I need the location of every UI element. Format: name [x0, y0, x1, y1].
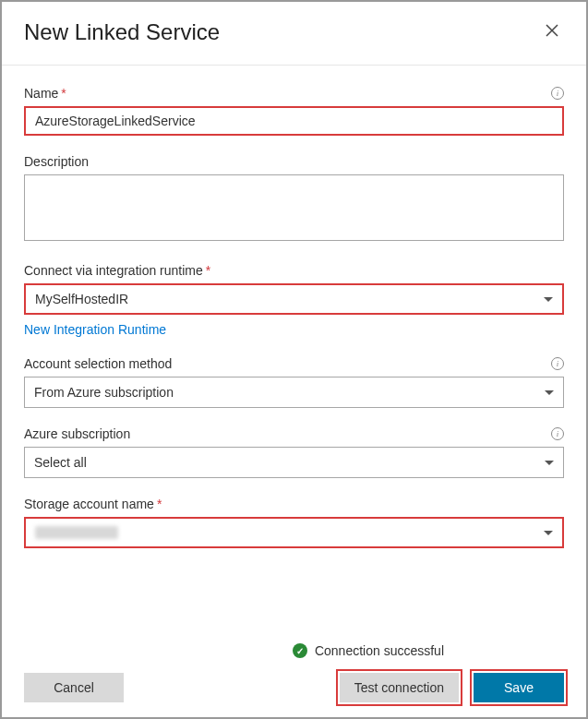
info-icon[interactable]: i	[551, 357, 564, 370]
runtime-label: Connect via integration runtime*	[24, 263, 210, 278]
status-text: Connection successful	[315, 643, 444, 658]
name-label: Name*	[24, 86, 66, 101]
name-input[interactable]	[24, 106, 564, 136]
subscription-value: Select all	[34, 455, 87, 470]
field-account-method: Account selection method i From Azure su…	[24, 356, 564, 408]
field-subscription: Azure subscription i Select all	[24, 426, 564, 478]
chevron-down-icon	[544, 531, 553, 535]
close-button[interactable]	[540, 18, 564, 46]
info-icon[interactable]: i	[551, 427, 564, 440]
storage-account-value	[35, 526, 118, 539]
button-row: Cancel Test connection Save	[24, 673, 564, 702]
test-connection-button[interactable]: Test connection	[340, 673, 459, 702]
subscription-select[interactable]: Select all	[24, 447, 564, 478]
subscription-label: Azure subscription	[24, 426, 130, 441]
field-storage-account: Storage account name*	[24, 497, 564, 548]
cancel-button[interactable]: Cancel	[24, 673, 124, 702]
runtime-select[interactable]: MySelfHostedIR	[24, 283, 564, 315]
info-icon[interactable]: i	[551, 87, 564, 100]
runtime-value: MySelfHostedIR	[35, 292, 128, 306]
field-name: Name* i	[24, 86, 564, 136]
description-label: Description	[24, 154, 89, 169]
right-buttons: Test connection Save	[340, 673, 564, 702]
storage-account-select[interactable]	[24, 517, 564, 548]
description-input[interactable]	[24, 174, 564, 241]
chevron-down-icon	[544, 297, 553, 302]
chevron-down-icon	[545, 461, 554, 465]
dialog-title: New Linked Service	[24, 19, 220, 45]
check-icon: ✓	[293, 643, 307, 658]
dialog-content: Name* i Description Connect via integrat…	[2, 66, 586, 576]
storage-account-label: Storage account name*	[24, 497, 162, 511]
account-method-label: Account selection method	[24, 356, 172, 371]
chevron-down-icon	[545, 390, 554, 395]
status-row: ✓ Connection successful	[24, 643, 564, 658]
field-runtime: Connect via integration runtime* MySelfH…	[24, 263, 564, 338]
close-icon	[546, 24, 558, 37]
account-method-value: From Azure subscription	[34, 385, 174, 400]
save-button[interactable]: Save	[474, 673, 564, 702]
dialog-header: New Linked Service	[2, 2, 586, 66]
field-description: Description	[24, 154, 564, 245]
dialog-footer: ✓ Connection successful Cancel Test conn…	[24, 643, 564, 702]
new-runtime-link[interactable]: New Integration Runtime	[24, 322, 166, 337]
account-method-select[interactable]: From Azure subscription	[24, 377, 564, 408]
